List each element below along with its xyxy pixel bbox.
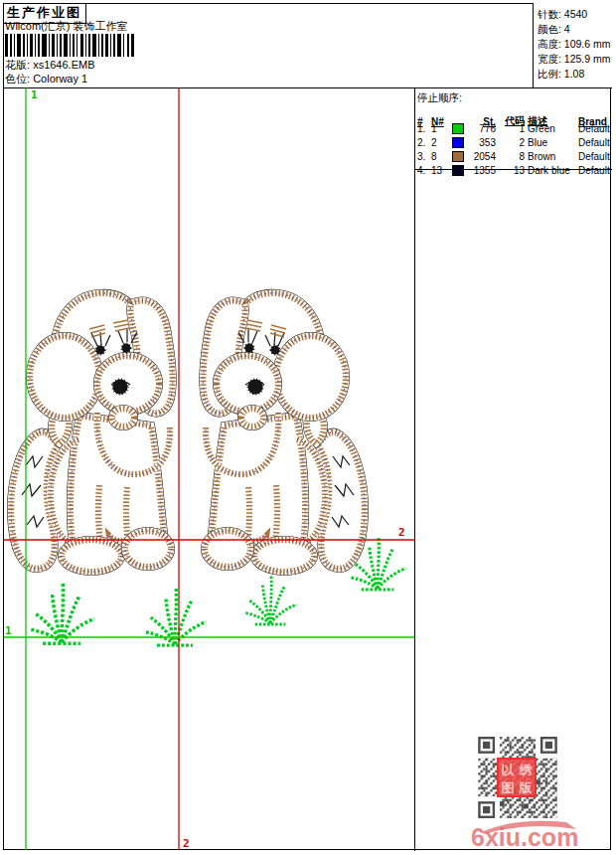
guide-label-1-top: 1 [31,88,38,101]
guide-label-2-right: 2 [398,526,405,539]
table-bottom-line [414,169,612,170]
guide-label-1-left: 1 [5,624,12,637]
stop-sequence-header: # N# St. 代码 描述 Brand 元素 [415,107,612,121]
dog-right [203,293,365,572]
color-swatch [452,151,464,162]
color-swatch [452,165,464,176]
stop-sequence-panel: 停止顺序: # N# St. 代码 描述 Brand 元素 1.1 7761 G… [415,88,612,177]
color-swatch [452,137,464,148]
guide-label-2-bottom: 2 [183,837,190,850]
table-row: 4.13 135513 Dark blueDefault [415,163,612,177]
color-swatch [452,123,464,134]
watermark-site: 6xiu.com [471,823,578,852]
table-row: 3.8 20548 BrownDefault [415,149,612,163]
dog-left [11,293,173,572]
stop-sequence-title: 停止顺序: [415,88,612,107]
red-stamp: 以绣 图版 [497,758,537,797]
table-row: 1.1 7761 GreenDefault [415,121,612,135]
table-row: 2.2 3532 BlueDefault [415,135,612,149]
watermark: 6xiu.com [467,815,584,853]
